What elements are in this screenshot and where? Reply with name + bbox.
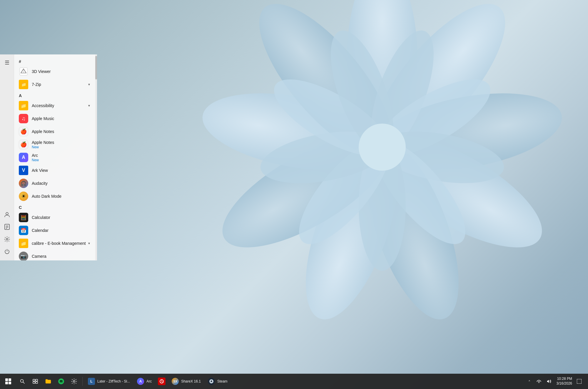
svg-rect-41 [577,379,582,384]
taskbar-search-button[interactable] [16,375,28,387]
app-name-camera: Camera [32,254,46,259]
start-button[interactable] [2,375,14,387]
svg-line-30 [23,382,24,383]
taskbar-app-steam-label: Steam [217,379,228,383]
app-name-ark-view: Ark View [32,168,48,173]
app-item-calibre[interactable]: 📁 calibre - E-book Management ▾ [14,237,97,250]
app-item-3d-viewer[interactable]: 3D Viewer [14,65,97,78]
taskbar-divider [82,377,83,386]
taskbar-app-later[interactable]: L Later - ZiffTech - Sl... [85,375,133,388]
taskbar-clock[interactable]: 10:28 PM 3/16/2026 [554,377,574,386]
app-item-camera[interactable]: 📷 Camera [14,250,97,260]
svg-point-24 [6,238,8,240]
7zip-chevron: ▾ [88,82,90,87]
taskbar-settings-button[interactable] [68,375,80,387]
taskbar-file-explorer-button[interactable] [42,375,54,387]
svg-rect-32 [36,379,38,381]
apple-notes-new-icon: 🍎 [19,140,28,149]
apple-notes-new-badge: New [32,145,54,149]
svg-rect-20 [5,224,9,230]
svg-point-40 [538,382,539,383]
app-item-apple-notes[interactable]: 🍎 Apple Notes [14,125,97,138]
app-name-auto-dark-mode: Auto Dark Mode [32,194,61,199]
app-item-apple-notes-new[interactable]: 🍎 Apple Notes New [14,138,97,151]
section-header-hash: # [14,57,97,65]
app-item-arc[interactable]: A Arc New [14,151,97,164]
tray-volume-icon[interactable] [544,377,554,386]
svg-rect-33 [33,382,35,383]
taskbar: L Later - ZiffTech - Sl... A Arc SX Shar… [0,374,588,389]
7zip-icon: 📁 [19,80,28,89]
sidebar-power[interactable] [1,246,13,257]
arc-badge: New [32,158,39,162]
app-item-auto-dark-mode[interactable]: ☀ Auto Dark Mode [14,190,97,203]
app-item-calculator[interactable]: 🧮 Calculator [14,211,97,224]
3d-viewer-icon [19,67,28,76]
audacity-icon: 🎧 [19,179,28,188]
app-name-calculator: Calculator [32,215,50,220]
app-item-apple-music[interactable]: ♫ Apple Music [14,112,97,125]
auto-dark-mode-icon: ☀ [19,192,28,201]
sidebar-settings[interactable] [1,233,13,245]
taskbar-app-sharex[interactable]: SX ShareX 16.1 [169,375,204,388]
app-item-ark-view[interactable]: V Ark View [14,164,97,177]
sidebar-documents[interactable] [1,221,13,233]
arc-icon: A [19,153,28,162]
svg-point-36 [73,380,75,382]
app-name-apple-music: Apple Music [32,116,54,121]
calendar-icon: 📅 [19,226,28,235]
app-list-container: # 3D Viewer 📁 7-Zip [14,54,97,260]
ark-view-icon: V [19,166,28,175]
windows-logo-icon [5,378,11,384]
app-name-accessibility: Accessibility [32,103,54,108]
app-name-calibre: calibre - E-book Management [32,241,86,246]
app-name-apple-notes: Apple Notes [32,129,54,134]
accessibility-chevron: ▾ [88,104,90,108]
taskbar-app-arc[interactable]: A Arc [134,375,155,388]
taskbar-app-arc-label: Arc [146,379,152,383]
tray-chevron[interactable]: ^ [525,377,534,385]
start-menu: ☰ [0,54,97,260]
svg-point-18 [359,124,406,171]
apple-notes-icon: 🍎 [19,127,28,136]
svg-point-39 [211,380,212,382]
app-item-7zip[interactable]: 📁 7-Zip ▾ [14,78,97,91]
accessibility-icon: 📁 [19,101,28,110]
taskbar-spotify-button[interactable] [55,375,67,387]
taskbar-time: 10:28 PM [557,377,572,381]
tray-notification-icon[interactable] [575,377,583,385]
taskbar-date: 3/16/2026 [557,381,572,386]
app-item-accessibility[interactable]: 📁 Accessibility ▾ [14,99,97,112]
calibre-icon: 📁 [19,239,28,248]
taskbar-task-view-button[interactable] [29,375,41,387]
apple-music-icon: ♫ [19,114,28,123]
app-item-audacity[interactable]: 🎧 Audacity [14,177,97,190]
svg-rect-31 [33,379,35,381]
taskbar-tray: ^ 10:28 PM 3/16/2026 [525,377,586,386]
app-name-apple-notes-new: Apple Notes [32,140,54,145]
app-name-calendar: Calendar [32,228,49,233]
taskbar-app-steam[interactable]: Steam [205,375,230,388]
sharex-icon: SX [172,378,179,385]
taskbar-arc-icon: A [137,378,144,385]
taskbar-app-sharex-label: ShareX 16.1 [181,379,201,383]
calibre-chevron: ▾ [88,241,90,245]
taskbar-app-later-label: Later - ZiffTech - Sl... [97,379,130,383]
sidebar: ☰ [0,54,14,260]
app-item-calendar[interactable]: 📅 Calendar [14,224,97,237]
section-header-c: C [14,203,97,211]
section-header-a: A [14,91,97,99]
later-icon: L [88,378,95,385]
desktop-wallpaper [118,0,588,374]
calculator-icon: 🧮 [19,213,28,222]
sidebar-hamburger[interactable]: ☰ [1,57,13,69]
app-name-7zip: 7-Zip [32,82,41,87]
svg-point-19 [6,212,8,215]
svg-rect-34 [36,382,38,383]
taskbar-app-mystery[interactable] [156,375,168,387]
camera-icon: 📷 [19,252,28,260]
app-list: # 3D Viewer 📁 7-Zip [14,54,97,260]
tray-network-icon[interactable] [534,377,544,386]
sidebar-user[interactable] [1,209,13,220]
app-name-audacity: Audacity [32,181,48,186]
